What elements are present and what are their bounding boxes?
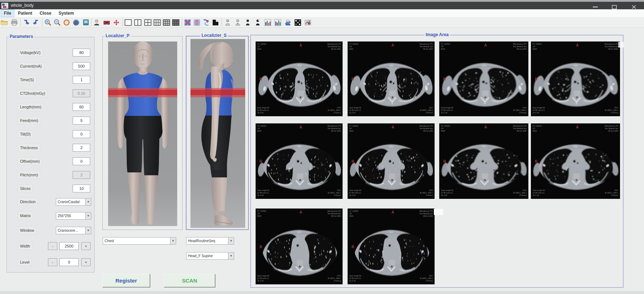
svg-text:8424: 8424 [533, 130, 537, 132]
svg-text:FOV: FOV [337, 107, 341, 109]
svg-text:8424: 8424 [441, 130, 445, 132]
svg-text:KY 130324: KY 130324 [441, 43, 450, 45]
svg-text:R: R [443, 77, 446, 81]
svg-text:(770mm): (770mm) [334, 280, 341, 282]
svg-text:8424: 8424 [349, 48, 353, 50]
svg-text:A: A [392, 210, 394, 214]
svg-text:LR: LR [349, 45, 352, 48]
svg-text:08 Oct 2020: 08 Oct 2020 [608, 130, 618, 132]
svg-text:W 1500 L -600.1: W 1500 L -600.1 [328, 109, 341, 111]
svg-text:KY 130324: KY 130324 [257, 43, 266, 45]
svg-text:08 Oct 2020: 08 Oct 2020 [331, 130, 341, 132]
svg-text:KY 130324: KY 130324 [441, 125, 450, 127]
svg-text:R: R [535, 160, 538, 163]
svg-text:FOV: FOV [523, 107, 527, 109]
svg-text:(770mm): (770mm) [426, 194, 433, 196]
svg-text:Test Medical Sys: Test Medical Sys [605, 45, 619, 48]
svg-text:KY 130324: KY 130324 [533, 125, 542, 127]
svg-text:R: R [352, 245, 354, 249]
svg-text:KY 130324: KY 130324 [257, 210, 266, 212]
svg-text:Manufacturer PS: Manufacturer PS [420, 125, 433, 127]
svg-text:R: R [535, 77, 538, 81]
svg-text:kV 80 mAs 0.1: kV 80 mAs 0.1 [257, 192, 269, 194]
svg-text:kV 80 mAs 0.1: kV 80 mAs 0.1 [349, 277, 361, 279]
svg-text:Scan length 63: Scan length 63 [533, 189, 545, 191]
svg-text:SL 0.16: SL 0.16 [349, 194, 355, 196]
svg-text:LR: LR [533, 45, 535, 48]
svg-text:R: R [260, 160, 262, 163]
svg-text:W 1500 L -600.1: W 1500 L -600.1 [420, 277, 433, 279]
svg-text:Scan length 63: Scan length 63 [441, 189, 453, 191]
svg-text:A: A [576, 125, 579, 129]
svg-text:(770mm): (770mm) [334, 112, 341, 114]
svg-text:Manufacturer PS: Manufacturer PS [420, 210, 433, 212]
svg-text:Test Medical Sys: Test Medical Sys [328, 212, 341, 215]
svg-text:08 Oct 2020: 08 Oct 2020 [608, 48, 618, 50]
svg-text:FOV: FOV [429, 107, 433, 109]
svg-text:(770mm): (770mm) [519, 194, 527, 196]
svg-text:Manufacturer PS: Manufacturer PS [513, 43, 527, 45]
svg-text:W 1500 L -600.1: W 1500 L -600.1 [420, 192, 433, 194]
svg-text:LR: LR [257, 45, 260, 48]
svg-text:W 1500 L -600.1: W 1500 L -600.1 [513, 192, 527, 194]
svg-text:Scan length 63: Scan length 63 [533, 107, 545, 109]
svg-text:LR: LR [533, 127, 535, 129]
svg-text:FOV: FOV [337, 189, 341, 191]
svg-text:Test Medical Sys: Test Medical Sys [513, 45, 527, 48]
svg-text:R: R [443, 160, 446, 163]
svg-text:(770mm): (770mm) [611, 194, 619, 196]
svg-text:SL 0.16: SL 0.16 [349, 112, 355, 114]
svg-text:A: A [300, 43, 302, 47]
svg-text:8424: 8424 [257, 48, 261, 50]
svg-text:KY 130324: KY 130324 [349, 43, 358, 45]
svg-text:Test Medical Sys: Test Medical Sys [420, 127, 433, 129]
svg-text:Manufacturer PS: Manufacturer PS [328, 125, 341, 127]
svg-text:08 Oct 2020: 08 Oct 2020 [331, 215, 341, 217]
svg-text:Test Medical Sys: Test Medical Sys [420, 212, 433, 215]
svg-text:08 Oct 2020: 08 Oct 2020 [517, 48, 527, 50]
svg-text:SL 0.16: SL 0.16 [441, 112, 447, 114]
svg-text:kV 80 mAs 0.1: kV 80 mAs 0.1 [441, 109, 453, 111]
svg-text:Scan length 63: Scan length 63 [257, 275, 269, 277]
svg-text:Test Medical Sys: Test Medical Sys [420, 45, 433, 48]
svg-text:KY 130324: KY 130324 [533, 43, 542, 45]
svg-text:8424: 8424 [349, 215, 353, 217]
svg-text:SL 0.16: SL 0.16 [257, 194, 263, 196]
svg-text:kV 80 mAs 0.1: kV 80 mAs 0.1 [533, 192, 544, 194]
svg-text:Scan length 63: Scan length 63 [441, 107, 453, 109]
svg-text:FOV: FOV [523, 189, 527, 191]
svg-text:FOV: FOV [429, 275, 433, 277]
svg-text:8424: 8424 [441, 48, 445, 50]
svg-text:KY 130324: KY 130324 [349, 125, 358, 127]
svg-text:SL 0.16: SL 0.16 [257, 280, 263, 282]
svg-text:kV 80 mAs 0.1: kV 80 mAs 0.1 [257, 109, 269, 111]
svg-text:Test Medical Sys: Test Medical Sys [328, 127, 341, 129]
svg-text:LR: LR [441, 45, 444, 48]
svg-text:Manufacturer PS: Manufacturer PS [605, 125, 619, 127]
svg-text:Manufacturer PS: Manufacturer PS [328, 210, 341, 212]
svg-text:R: R [260, 245, 262, 249]
svg-text:R: R [352, 160, 354, 163]
svg-text:KY 130324: KY 130324 [257, 125, 266, 127]
svg-text:Test Medical Sys: Test Medical Sys [513, 127, 527, 129]
svg-text:(770mm): (770mm) [611, 112, 618, 114]
svg-text:SL 0.16: SL 0.16 [533, 194, 539, 196]
svg-text:Scan length 63: Scan length 63 [349, 107, 361, 109]
svg-text:W 1500 L -600.1: W 1500 L -600.1 [605, 192, 618, 194]
svg-text:Manufacturer PS: Manufacturer PS [513, 125, 527, 127]
svg-text:(770mm): (770mm) [426, 112, 433, 114]
svg-text:8424: 8424 [349, 130, 353, 132]
svg-text:FOV: FOV [614, 107, 618, 109]
svg-text:Manufacturer PS: Manufacturer PS [420, 43, 433, 45]
svg-text:FOV: FOV [429, 189, 433, 191]
svg-text:A: A [392, 43, 394, 47]
svg-text:W 1500 L -600.1: W 1500 L -600.1 [420, 109, 433, 111]
svg-text:LR: LR [257, 127, 260, 129]
svg-text:(770mm): (770mm) [426, 280, 433, 282]
svg-text:Manufacturer PS: Manufacturer PS [328, 43, 341, 45]
svg-text:W 1500 L -600.1: W 1500 L -600.1 [513, 109, 527, 111]
svg-text:A: A [576, 43, 579, 47]
svg-text:SL 0.16: SL 0.16 [257, 112, 263, 114]
svg-text:W 1500 L -600.1: W 1500 L -600.1 [328, 277, 341, 279]
svg-text:SL 0.16: SL 0.16 [441, 194, 447, 196]
